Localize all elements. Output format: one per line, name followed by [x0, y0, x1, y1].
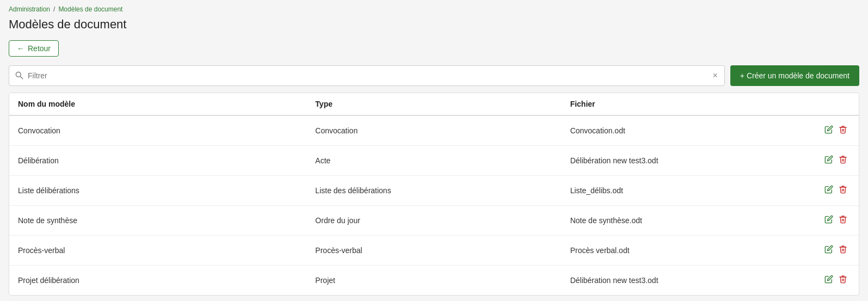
svg-point-0 — [16, 72, 21, 77]
edit-button[interactable] — [822, 183, 836, 198]
delete-button[interactable] — [836, 213, 850, 228]
search-input[interactable] — [28, 71, 711, 80]
edit-button[interactable] — [822, 273, 836, 287]
cell-model-name: Note de synthèse — [9, 206, 306, 236]
cell-model-file: Délibération new test3.odt — [562, 146, 799, 176]
cell-actions — [799, 146, 859, 176]
cell-actions — [799, 115, 859, 146]
delete-button[interactable] — [836, 153, 850, 168]
table-row: DélibérationActeDélibération new test3.o… — [9, 146, 859, 176]
edit-button[interactable] — [822, 124, 836, 138]
cell-model-file: Convocation.odt — [562, 115, 799, 146]
cell-model-file: Note de synthèse.odt — [562, 206, 799, 236]
cell-actions — [799, 236, 859, 266]
delete-button[interactable] — [836, 243, 850, 257]
table-row: Note de synthèseOrdre du jourNote de syn… — [9, 206, 859, 236]
search-bar: × — [9, 65, 725, 86]
delete-button[interactable] — [836, 273, 850, 287]
page-title: Modèles de document — [9, 17, 859, 32]
cell-model-file: Liste_délibs.odt — [562, 176, 799, 206]
breadcrumb: Administration / Modèles de document — [9, 5, 859, 13]
breadcrumb-current: Modèles de document — [58, 5, 122, 13]
cell-model-name: Convocation — [9, 115, 306, 146]
cell-actions — [799, 176, 859, 206]
cell-model-name: Délibération — [9, 146, 306, 176]
table-row: Projet délibérationProjetDélibération ne… — [9, 266, 859, 296]
table-row: Liste délibérationsListe des délibératio… — [9, 176, 859, 206]
table-row: Procès-verbalProcès-verbalProcès verbal.… — [9, 236, 859, 266]
edit-button[interactable] — [822, 243, 836, 257]
cell-model-type: Convocation — [306, 115, 561, 146]
back-arrow-icon: ← — [17, 44, 24, 53]
table-header-row: Nom du modèle Type Fichier — [9, 93, 859, 115]
edit-button[interactable] — [822, 153, 836, 168]
cell-model-file: Délibération new test3.odt — [562, 266, 799, 296]
table-row: ConvocationConvocationConvocation.odt — [9, 115, 859, 146]
models-table: Nom du modèle Type Fichier ConvocationCo… — [9, 93, 859, 295]
cell-actions — [799, 266, 859, 296]
search-icon — [15, 71, 23, 81]
delete-button[interactable] — [836, 124, 850, 138]
cell-model-name: Liste délibérations — [9, 176, 306, 206]
cell-model-type: Acte — [306, 146, 561, 176]
cell-model-type: Liste des délibérations — [306, 176, 561, 206]
cell-model-type: Projet — [306, 266, 561, 296]
page-wrapper: Administration / Modèles de document Mod… — [0, 0, 868, 301]
cell-actions — [799, 206, 859, 236]
col-header-type: Type — [306, 93, 561, 115]
breadcrumb-admin-link[interactable]: Administration — [9, 5, 50, 13]
cell-model-name: Projet délibération — [9, 266, 306, 296]
create-model-button[interactable]: + Créer un modèle de document — [730, 65, 859, 86]
back-button[interactable]: ← Retour — [9, 40, 59, 57]
delete-button[interactable] — [836, 183, 850, 198]
cell-model-file: Procès verbal.odt — [562, 236, 799, 266]
col-header-actions — [799, 93, 859, 115]
table-container: Nom du modèle Type Fichier ConvocationCo… — [9, 93, 859, 296]
breadcrumb-separator: / — [53, 5, 55, 13]
cell-model-name: Procès-verbal — [9, 236, 306, 266]
col-header-file: Fichier — [562, 93, 799, 115]
edit-button[interactable] — [822, 213, 836, 228]
toolbar: × + Créer un modèle de document — [9, 65, 859, 86]
cell-model-type: Procès-verbal — [306, 236, 561, 266]
svg-line-1 — [20, 76, 23, 79]
clear-search-button[interactable]: × — [711, 71, 718, 81]
col-header-name: Nom du modèle — [9, 93, 306, 115]
back-button-label: Retour — [28, 44, 51, 53]
cell-model-type: Ordre du jour — [306, 206, 561, 236]
